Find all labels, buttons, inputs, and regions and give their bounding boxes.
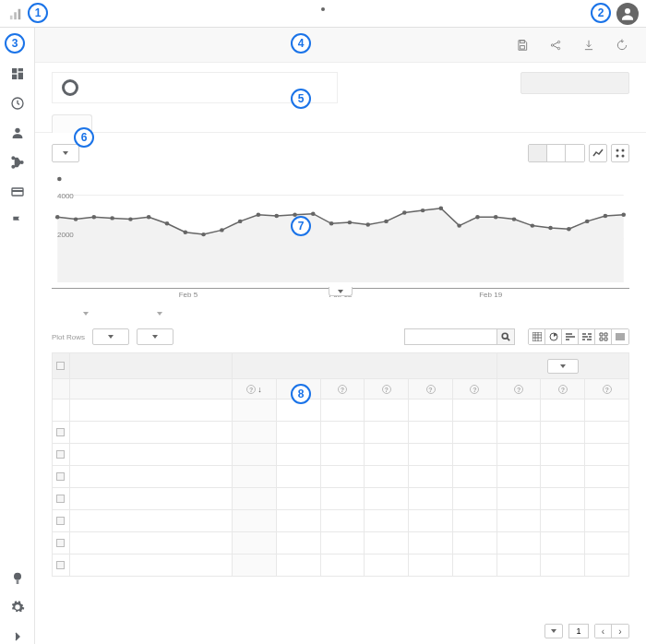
view-pivot-icon[interactable] <box>595 329 612 344</box>
row-dimension-cell[interactable] <box>69 422 232 444</box>
row-dimension-cell[interactable] <box>69 400 232 422</box>
row-dimension-cell[interactable] <box>69 466 232 488</box>
metric-col-8[interactable]: ? <box>585 379 629 400</box>
row-dimension-cell[interactable] <box>69 555 232 577</box>
metric-col-6[interactable]: ? <box>496 379 541 400</box>
secondary-dimension-dropdown[interactable] <box>126 312 162 323</box>
dashboard-icon[interactable] <box>10 66 25 81</box>
pager-next-button[interactable]: › <box>612 625 628 638</box>
tab-explorer[interactable] <box>52 114 92 133</box>
row-dimension-cell[interactable] <box>69 488 232 510</box>
row-checkbox-cell[interactable] <box>53 532 70 555</box>
help-icon[interactable]: ? <box>382 385 391 394</box>
row-checkbox-cell[interactable] <box>53 510 70 532</box>
row-checkbox-cell[interactable] <box>53 422 70 444</box>
row-metric-cell <box>320 444 365 466</box>
svg-point-59 <box>57 177 62 181</box>
help-icon[interactable]: ? <box>246 385 256 394</box>
page-number-input[interactable] <box>568 624 589 638</box>
chart-metric-dropdown[interactable] <box>52 144 79 162</box>
metric-col-7[interactable]: ? <box>541 379 585 400</box>
x-tick-0: Feb 5 <box>179 291 197 299</box>
svg-rect-1 <box>14 12 17 19</box>
pager-prev-button[interactable]: ‹ <box>595 625 612 638</box>
row-metric-cell <box>452 466 496 488</box>
row-metric-cell <box>409 422 453 444</box>
row-checkbox-cell[interactable] <box>53 444 70 466</box>
row-dimension-cell[interactable] <box>69 532 232 555</box>
home-icon[interactable] <box>10 37 25 52</box>
view-columns-icon[interactable] <box>612 329 628 344</box>
svg-point-15 <box>14 573 20 579</box>
conversions-flag-icon[interactable] <box>10 214 25 229</box>
metric-group-dropdown[interactable] <box>547 359 579 374</box>
metric-chip[interactable] <box>52 72 338 103</box>
help-icon[interactable]: ? <box>293 385 303 394</box>
row-metric-cell <box>409 444 453 466</box>
row-metric-cell <box>365 400 409 422</box>
collapse-chevron-right-icon[interactable] <box>10 629 25 644</box>
row-metric-cell <box>496 422 541 444</box>
svg-point-56 <box>585 220 590 223</box>
metric-col-1[interactable]: ? <box>276 379 320 400</box>
primary-dimension-dropdown[interactable] <box>52 312 89 323</box>
refresh-insights-icon[interactable] <box>615 38 629 53</box>
metric-col-5[interactable]: ? <box>452 379 496 400</box>
behavior-card-icon[interactable] <box>10 185 25 199</box>
chart-type-line-icon[interactable] <box>589 144 607 162</box>
view-performance-icon[interactable] <box>562 329 579 344</box>
view-comparison-icon[interactable] <box>579 329 595 344</box>
help-icon[interactable]: ? <box>514 385 523 394</box>
help-icon[interactable]: ? <box>603 385 612 394</box>
chart-type-motion-icon[interactable] <box>611 144 629 162</box>
svg-point-52 <box>512 217 517 221</box>
svg-rect-14 <box>12 190 23 192</box>
help-icon[interactable]: ? <box>426 385 436 394</box>
save-icon[interactable] <box>515 38 530 53</box>
row-metric-cell <box>541 400 585 422</box>
row-metric-cell <box>496 466 541 488</box>
row-metric-cell <box>233 532 277 555</box>
row-metric-cell <box>365 444 409 466</box>
help-icon[interactable]: ? <box>558 385 568 394</box>
row-dimension-cell[interactable] <box>69 510 232 532</box>
row-metric-cell <box>585 555 629 577</box>
help-icon[interactable]: ? <box>338 385 347 394</box>
date-range-picker[interactable] <box>520 72 629 94</box>
sort-type-dropdown[interactable] <box>137 328 173 345</box>
row-checkbox-cell[interactable] <box>53 466 70 488</box>
table-row <box>53 532 629 555</box>
metric-col-3[interactable]: ? <box>365 379 409 400</box>
rows-per-page-dropdown[interactable] <box>544 624 563 638</box>
discover-bulb-icon[interactable] <box>10 570 25 585</box>
search-button[interactable] <box>496 328 515 345</box>
row-dimension-cell[interactable] <box>69 444 232 466</box>
realtime-clock-icon[interactable] <box>10 96 25 111</box>
metric-col-2[interactable]: ? <box>320 379 365 400</box>
row-checkbox-cell[interactable] <box>53 488 70 510</box>
table-row <box>53 555 629 577</box>
secondary-dim-dropdown[interactable] <box>92 328 129 345</box>
svg-point-28 <box>74 217 78 221</box>
view-data-icon[interactable] <box>529 329 545 344</box>
row-checkbox-cell[interactable] <box>53 400 70 422</box>
user-avatar[interactable] <box>616 3 639 25</box>
table-pager: ‹ › <box>544 624 629 638</box>
audience-person-icon[interactable] <box>10 125 25 140</box>
header-check-all[interactable] <box>53 353 70 379</box>
metric-col-4[interactable]: ? <box>409 379 453 400</box>
share-icon[interactable] <box>548 38 563 53</box>
metric-col-0[interactable]: ?↓ <box>233 379 277 400</box>
search-input[interactable] <box>404 328 496 345</box>
svg-point-53 <box>531 223 535 227</box>
chart-granularity-toggle[interactable] <box>528 144 585 162</box>
help-icon[interactable]: ? <box>470 385 479 394</box>
export-download-icon[interactable] <box>581 38 596 53</box>
chart-panel: 4000 2000 Feb 5 Feb 12 Feb 19 <box>35 133 646 306</box>
admin-gear-icon[interactable] <box>10 600 25 614</box>
svg-point-50 <box>475 215 480 219</box>
acquisition-route-icon[interactable] <box>10 155 25 170</box>
chart-expand-dropdown[interactable] <box>329 287 353 296</box>
view-percentage-icon[interactable] <box>545 329 562 344</box>
row-checkbox-cell[interactable] <box>53 555 70 577</box>
